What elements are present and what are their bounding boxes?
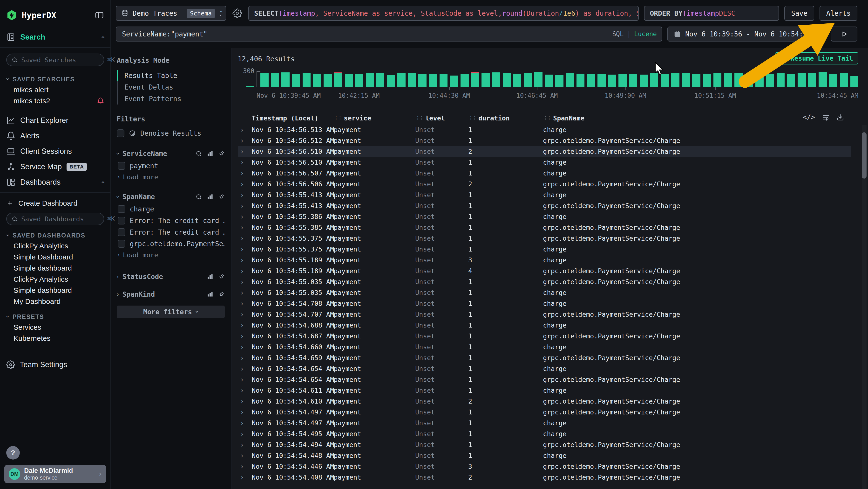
expand-row-icon[interactable]: › [238, 278, 252, 286]
column-header-duration[interactable]: ⋮⋮duration [468, 114, 543, 122]
histogram-bar[interactable] [345, 74, 353, 87]
histogram-bar[interactable] [503, 73, 511, 87]
table-row[interactable]: ›Nov 6 10:54:55.413 AMpaymentUnset1grpc.… [238, 200, 851, 211]
table-row[interactable]: ›Nov 6 10:54:54.687 AMpaymentUnset1grpc.… [238, 331, 851, 342]
expand-row-icon[interactable]: › [238, 235, 252, 242]
histogram-bar[interactable] [703, 74, 711, 87]
histogram-bar[interactable] [271, 74, 279, 87]
table-row[interactable]: ›Nov 6 10:54:54.408 AMpaymentUnset2grpc.… [238, 472, 851, 483]
sidebar-item-dashboards[interactable]: Dashboards › [6, 174, 104, 190]
expand-row-icon[interactable]: › [238, 463, 252, 470]
checkbox[interactable] [118, 228, 125, 236]
table-row[interactable]: ›Nov 6 10:54:54.707 AMpaymentUnset1grpc.… [238, 309, 851, 320]
expand-row-icon[interactable]: › [238, 180, 252, 188]
saved-dashboard-item[interactable]: Simple Dashboard [6, 252, 104, 263]
expand-row-icon[interactable]: › [238, 213, 252, 220]
search-icon[interactable] [195, 194, 202, 200]
histogram-bar[interactable] [545, 75, 553, 87]
histogram-bar[interactable] [429, 74, 437, 87]
histogram-bar[interactable] [597, 74, 606, 87]
table-row[interactable]: ›Nov 6 10:54:56.506 AMpaymentUnset2grpc.… [238, 179, 851, 190]
expand-row-icon[interactable]: › [238, 159, 252, 166]
preset-item[interactable]: Services [6, 322, 104, 333]
chart-icon[interactable] [207, 194, 213, 200]
lucene-mode-toggle[interactable]: Lucene [634, 30, 657, 38]
histogram-bar[interactable] [661, 74, 669, 87]
checkbox[interactable] [118, 217, 125, 225]
results-histogram[interactable]: 300 Nov 6 10:39:45 AM10:42:15 AM10:44:30… [256, 71, 858, 101]
histogram-bar[interactable] [281, 73, 289, 87]
filter-option[interactable]: payment [117, 160, 225, 172]
spanname-load-more[interactable]: › Load more [117, 250, 225, 260]
wrap-text-icon[interactable] [822, 114, 830, 121]
filter-option[interactable]: grpc.oteldemo.PaymentSe… [117, 238, 225, 250]
saved-searches-header[interactable]: › SAVED SEARCHES [6, 76, 104, 83]
table-row[interactable]: ›Nov 6 10:54:55.375 AMpaymentUnset1charg… [238, 244, 851, 255]
sidebar-item-team-settings[interactable]: Team Settings [6, 357, 104, 372]
table-row[interactable]: ›Nov 6 10:54:54.497 AMpaymentUnset1grpc.… [238, 407, 851, 418]
alerts-button[interactable]: Alerts [819, 6, 858, 21]
table-row[interactable]: ›Nov 6 10:54:54.708 AMpaymentUnset1charg… [238, 298, 851, 309]
expand-row-icon[interactable]: › [238, 452, 252, 459]
analysis-mode-option[interactable]: Results Table [117, 70, 225, 81]
table-row[interactable]: ›Nov 6 10:54:54.654 AMpaymentUnset1charg… [238, 363, 851, 374]
saved-searches-input[interactable] [21, 56, 104, 64]
histogram-bar[interactable] [555, 75, 563, 87]
histogram-bar[interactable] [650, 73, 658, 87]
analysis-mode-option[interactable]: Event Patterns [117, 93, 225, 105]
drag-handle-icon[interactable]: ⋮⋮ [334, 115, 341, 121]
histogram-bar[interactable] [408, 73, 416, 87]
source-settings-gear[interactable] [231, 6, 243, 21]
histogram-bar[interactable] [366, 74, 374, 87]
search-query-input[interactable] [116, 27, 662, 41]
table-row[interactable]: ›Nov 6 10:54:54.497 AMpaymentUnset1charg… [238, 418, 851, 428]
table-row[interactable]: ›Nov 6 10:54:55.386 AMpaymentUnset1charg… [238, 211, 851, 222]
histogram-bar[interactable] [777, 73, 785, 87]
histogram-bar[interactable] [566, 73, 574, 87]
drag-handle-icon[interactable]: ⋮⋮ [543, 115, 551, 121]
histogram-bar[interactable] [787, 74, 795, 87]
table-row[interactable]: ›Nov 6 10:54:54.688 AMpaymentUnset1charg… [238, 320, 851, 331]
histogram-bar[interactable] [818, 72, 827, 87]
column-header-level[interactable]: ⋮⋮level [415, 114, 468, 122]
pin-icon[interactable] [218, 274, 225, 280]
histogram-bar[interactable] [471, 73, 479, 87]
histogram-bar[interactable] [439, 74, 448, 87]
histogram-bar[interactable] [713, 74, 722, 87]
sidebar-item-alerts[interactable]: Alerts [6, 128, 104, 144]
sidebar-item-client-sessions[interactable]: Client Sessions [6, 144, 104, 159]
checkbox[interactable] [117, 130, 124, 137]
histogram-bar[interactable] [671, 74, 679, 87]
table-row[interactable]: ›Nov 6 10:54:56.512 AMpaymentUnset1grpc.… [238, 135, 851, 146]
expand-row-icon[interactable]: › [238, 148, 252, 155]
expand-row-icon[interactable]: › [238, 202, 252, 209]
filter-group-spanname[interactable]: › SpanName [117, 193, 225, 201]
create-dashboard-button[interactable]: Create Dashboard [6, 196, 104, 210]
scrollbar-thumb[interactable] [862, 132, 867, 179]
histogram-bar[interactable] [334, 74, 342, 87]
histogram-bar[interactable] [745, 75, 753, 87]
histogram-bar[interactable] [355, 74, 363, 87]
checkbox[interactable] [118, 162, 125, 170]
table-row[interactable]: ›Nov 6 10:54:55.035 AMpaymentUnset1charg… [238, 287, 851, 298]
expand-row-icon[interactable]: › [238, 430, 252, 438]
histogram-bar[interactable] [246, 86, 254, 87]
expand-row-icon[interactable]: › [238, 322, 252, 329]
table-row[interactable]: ›Nov 6 10:54:55.189 AMpaymentUnset4grpc.… [238, 265, 851, 276]
histogram-bar[interactable] [798, 74, 806, 87]
user-menu[interactable]: DM Dale McDiarmid demo-service - › [4, 465, 106, 483]
expand-row-icon[interactable]: › [238, 333, 252, 340]
histogram-bar[interactable] [829, 74, 837, 87]
table-row[interactable]: ›Nov 6 10:54:54.495 AMpaymentUnset1charg… [238, 428, 851, 439]
histogram-bar[interactable] [292, 74, 300, 87]
drag-handle-icon[interactable]: ⋮⋮ [415, 115, 423, 121]
expand-row-icon[interactable]: › [238, 126, 252, 134]
collapse-sidebar-icon[interactable] [94, 10, 104, 20]
column-header-timestamp[interactable]: Timestamp (Local) [252, 114, 334, 122]
histogram-bar[interactable] [735, 73, 743, 87]
chart-icon[interactable] [207, 291, 213, 297]
table-row[interactable]: ›Nov 6 10:54:55.035 AMpaymentUnset1grpc.… [238, 276, 851, 287]
table-row[interactable]: ›Nov 6 10:54:54.610 AMpaymentUnset2grpc.… [238, 396, 851, 407]
expand-row-icon[interactable]: › [238, 224, 252, 231]
expand-row-icon[interactable]: › [238, 311, 252, 318]
